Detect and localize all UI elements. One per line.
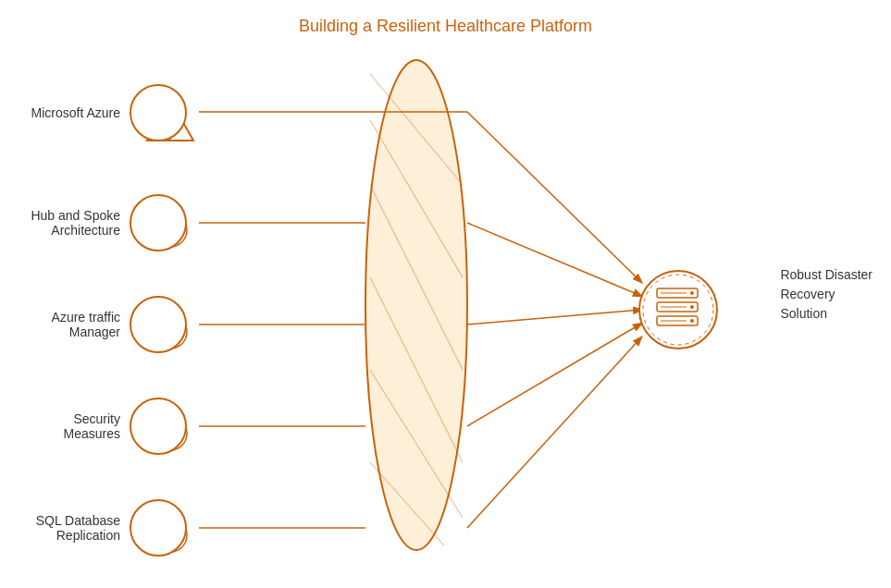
result-text: Robust DisasterRecoverySolution	[780, 267, 872, 321]
svg-line-10	[467, 324, 641, 426]
svg-line-14	[370, 185, 463, 370]
item-security: SecurityMeasures	[19, 398, 187, 455]
svg-line-17	[370, 462, 444, 545]
svg-line-9	[467, 310, 641, 325]
result-label: Robust DisasterRecoverySolution	[780, 265, 872, 324]
svg-point-37	[690, 305, 694, 309]
item-sql-label: SQL DatabaseReplication	[19, 513, 120, 543]
svg-rect-33	[657, 288, 698, 298]
svg-point-36	[690, 291, 694, 295]
svg-point-42	[643, 275, 713, 345]
item-hub-circle	[130, 194, 187, 251]
svg-point-32	[639, 271, 717, 349]
item-hub-label: Hub and SpokeArchitecture	[19, 208, 120, 238]
svg-line-15	[370, 277, 463, 462]
item-security-label: SecurityMeasures	[19, 411, 120, 441]
item-sql: SQL DatabaseReplication	[19, 499, 187, 557]
svg-rect-35	[657, 316, 698, 325]
page-title: Building a Resilient Healthcare Platform	[0, 17, 891, 36]
svg-line-16	[370, 370, 463, 518]
item-sql-circle	[130, 499, 187, 557]
item-hub: Hub and SpokeArchitecture	[19, 194, 187, 251]
item-azure: Microsoft Azure	[19, 84, 187, 141]
svg-rect-34	[657, 302, 698, 312]
item-security-circle	[130, 398, 187, 455]
svg-point-38	[690, 319, 694, 323]
item-traffic-circle	[130, 296, 187, 353]
diagram-container: Building a Resilient Healthcare Platform	[0, 0, 891, 588]
svg-line-13	[370, 120, 463, 277]
svg-line-11	[467, 337, 641, 528]
svg-line-7	[467, 112, 641, 282]
item-azure-label: Microsoft Azure	[19, 105, 120, 120]
svg-point-0	[365, 60, 467, 550]
item-traffic-label: Azure trafficManager	[19, 310, 120, 339]
svg-line-8	[467, 223, 641, 296]
item-azure-circle	[130, 84, 187, 141]
svg-line-12	[370, 74, 463, 185]
item-traffic: Azure trafficManager	[19, 296, 187, 353]
